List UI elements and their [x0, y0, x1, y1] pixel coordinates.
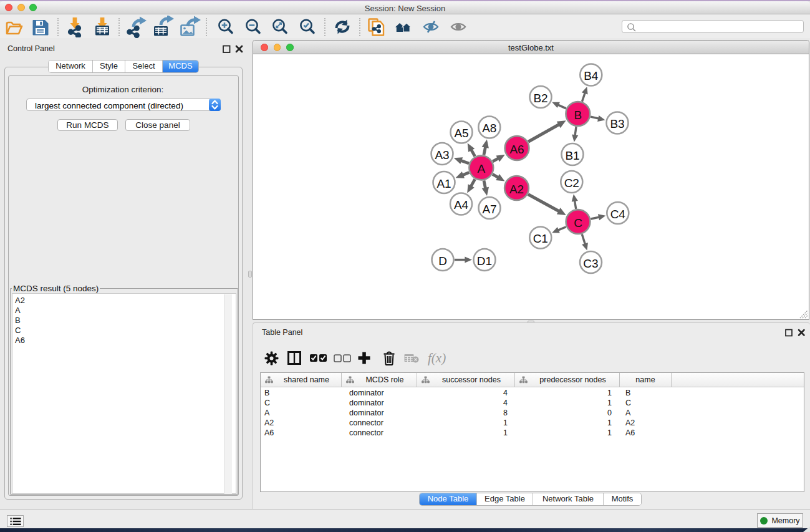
svg-text:B3: B3 — [610, 117, 624, 130]
svg-text:A1: A1 — [436, 177, 451, 190]
svg-text:A7: A7 — [482, 203, 496, 216]
svg-text:A4: A4 — [454, 198, 469, 211]
svg-text:A8: A8 — [482, 122, 496, 135]
svg-text:A2: A2 — [509, 183, 524, 196]
svg-text:C: C — [574, 216, 582, 230]
svg-text:A5: A5 — [454, 127, 468, 140]
svg-text:C1: C1 — [533, 232, 548, 245]
svg-text:B2: B2 — [533, 92, 547, 105]
svg-text:A6: A6 — [509, 143, 524, 156]
svg-text:C4: C4 — [610, 208, 626, 221]
svg-text:B4: B4 — [584, 69, 599, 82]
svg-text:C2: C2 — [564, 177, 579, 190]
svg-text:A: A — [477, 162, 485, 175]
svg-text:D: D — [438, 254, 447, 268]
svg-text:A3: A3 — [435, 148, 449, 162]
svg-text:B1: B1 — [565, 149, 579, 162]
svg-text:D1: D1 — [477, 254, 492, 268]
svg-text:B: B — [574, 109, 582, 122]
svg-text:C3: C3 — [583, 257, 598, 270]
